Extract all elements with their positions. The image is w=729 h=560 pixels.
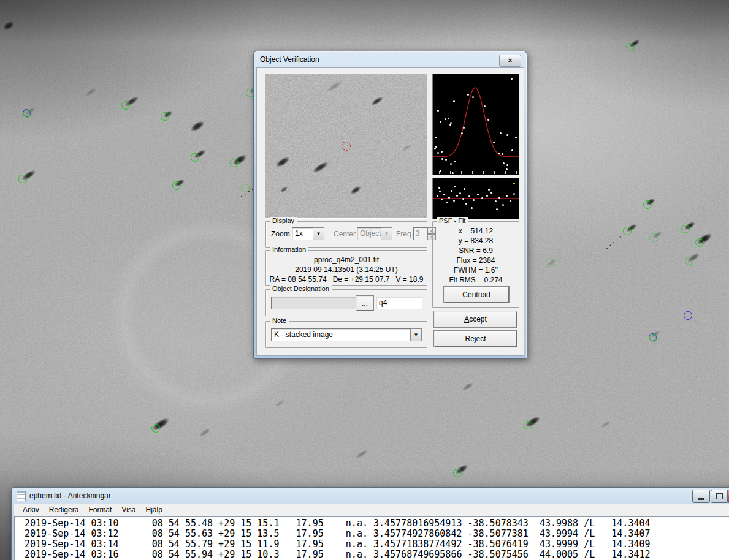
dialog-title: Object Verification: [260, 55, 319, 64]
psf-data-point: [441, 158, 443, 160]
chevron-down-icon[interactable]: ▼: [410, 328, 422, 341]
residual-data-point: [481, 197, 483, 199]
menu-item-format[interactable]: Format: [83, 504, 116, 515]
detection-marker-green[interactable]: [241, 184, 250, 192]
psf-data-point: [437, 110, 439, 112]
residual-data-point: [438, 187, 440, 189]
residual-outlier-point: [513, 183, 515, 184]
detection-marker-green[interactable]: [23, 110, 31, 118]
menu-item-arkiv[interactable]: Arkiv: [18, 504, 44, 515]
residual-data-point: [496, 208, 498, 210]
psf-residual-plot: [432, 178, 519, 219]
psf-profile-plot: [432, 74, 519, 175]
notepad-client: ArkivRedigeraFormatVisaHjälp 2019-Sep-14…: [14, 504, 729, 560]
screen: Object Verification ×: [0, 0, 729, 560]
accept-button[interactable]: Accept: [434, 311, 517, 327]
psf-rms: Fit RMS = 0.274: [433, 275, 519, 285]
zoom-label: Zoom: [271, 230, 290, 238]
psf-data-point: [440, 170, 441, 172]
notepad-window: ephem.txt - Anteckningar ArkivRedigeraFo…: [11, 487, 729, 560]
browse-button[interactable]: ...: [356, 296, 373, 311]
residual-data-point: [453, 200, 455, 202]
psf-data-point: [463, 127, 465, 129]
info-datetime: 2019 09 14.13501 (3:14:25 UT): [266, 265, 427, 274]
detection-marker-green[interactable]: [172, 181, 181, 190]
residual-data-point: [437, 195, 438, 197]
residual-data-point: [477, 194, 479, 195]
detection-marker-green[interactable]: [626, 43, 635, 51]
residual-data-point: [486, 195, 488, 197]
residual-data-point: [468, 195, 470, 197]
information-legend: Information: [270, 246, 308, 253]
detection-marker-green[interactable]: [685, 257, 693, 265]
detection-marker-green[interactable]: [623, 227, 632, 235]
notepad-title: ephem.txt - Anteckningar: [29, 491, 111, 500]
psf-data-point: [515, 137, 517, 138]
notepad-titlebar[interactable]: ephem.txt - Anteckningar: [12, 488, 729, 504]
psf-snr: SNR = 6.9: [433, 246, 519, 255]
psf-data-point: [448, 118, 449, 119]
axis-tick: [472, 171, 473, 174]
menu-item-visa[interactable]: Visa: [116, 504, 140, 515]
detection-marker-green[interactable]: [230, 159, 239, 167]
center-value: Object: [357, 227, 381, 240]
detection-marker-green[interactable]: [524, 421, 532, 429]
short-designation-input[interactable]: q4: [376, 297, 422, 309]
detection-marker-green[interactable]: [681, 225, 690, 233]
detection-marker-green[interactable]: [546, 259, 554, 267]
residual-data-point: [465, 203, 467, 205]
detection-marker-green[interactable]: [18, 175, 27, 183]
residual-data-point: [462, 198, 464, 200]
detection-marker-green[interactable]: [191, 153, 199, 162]
maximize-button[interactable]: [711, 490, 728, 503]
dialog-titlebar[interactable]: Object Verification: [254, 51, 527, 67]
detection-marker-green[interactable]: [649, 334, 657, 342]
minimize-button[interactable]: [692, 490, 710, 503]
reject-button[interactable]: Reject: [434, 331, 517, 347]
detection-marker-green[interactable]: [121, 101, 130, 110]
residual-data-point: [488, 189, 490, 191]
detection-marker-green[interactable]: [151, 424, 160, 433]
notepad-text-area[interactable]: 2019-Sep-14 03:10 08 54 55.48 +29 15 15.…: [14, 516, 729, 560]
psf-data-point: [453, 100, 455, 102]
info-filename: pproc_q4m2_001.fit: [266, 255, 427, 265]
centroid-button[interactable]: Centroid: [444, 287, 509, 303]
close-icon[interactable]: ×: [499, 55, 521, 67]
detection-marker-green[interactable]: [453, 469, 462, 477]
psf-data-point: [467, 94, 469, 96]
axis-tick: [439, 171, 440, 174]
image-thumbnail[interactable]: [265, 74, 427, 219]
psf-data-point: [500, 132, 502, 134]
axis-tick: [461, 171, 462, 174]
detection-marker-green[interactable]: [161, 112, 169, 121]
residual-line: [433, 178, 519, 219]
psf-data-point: [445, 159, 447, 161]
residual-data-point: [490, 192, 492, 194]
freq-value: 3: [413, 227, 427, 240]
psf-data-point: [502, 153, 503, 155]
detection-marker-green[interactable]: [643, 200, 652, 209]
psf-data-point: [441, 151, 443, 153]
display-group: Display Zoom 1x ▼ Center Object ▼ Freq. …: [265, 221, 427, 248]
residual-data-point: [506, 195, 508, 197]
psf-data-point: [506, 164, 508, 166]
psf-data-point: [440, 121, 441, 123]
menu-item-redigera[interactable]: Redigera: [44, 504, 84, 515]
psf-x: x = 514.12: [433, 226, 519, 236]
psf-data-point: [506, 134, 508, 136]
residual-data-point: [510, 200, 511, 202]
residual-data-point: [498, 197, 500, 199]
detection-marker-green[interactable]: [649, 233, 658, 242]
detection-marker-blue[interactable]: [684, 311, 692, 320]
notepad-icon: [17, 491, 26, 501]
detection-marker-green[interactable]: [695, 238, 704, 247]
chevron-down-icon[interactable]: ▼: [313, 227, 324, 240]
menu-item-hjälp[interactable]: Hjälp: [141, 504, 167, 515]
note-value: K - stacked image: [271, 328, 410, 341]
residual-data-point: [464, 188, 465, 190]
psf-data-point: [487, 119, 489, 121]
psf-data-point: [498, 153, 500, 154]
note-select[interactable]: K - stacked image ▼: [271, 328, 422, 341]
axis-tick: [516, 171, 517, 174]
zoom-select[interactable]: 1x ▼: [292, 227, 324, 240]
